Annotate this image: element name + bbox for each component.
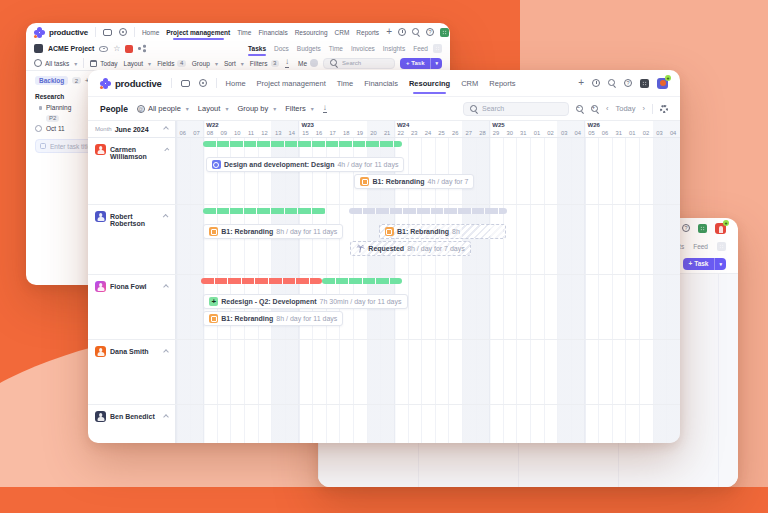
add-task-dropdown[interactable]: ▾ bbox=[714, 258, 726, 270]
nav-item-financials[interactable]: Financials bbox=[364, 79, 398, 88]
nav-item-time[interactable]: Time bbox=[337, 79, 353, 88]
person-timeline[interactable]: B1: Rebranding8h / day for 11 daysB1: Re… bbox=[176, 205, 680, 274]
target-icon[interactable] bbox=[119, 28, 127, 36]
nav-item-home[interactable]: Home bbox=[226, 79, 246, 88]
person-timeline[interactable] bbox=[176, 340, 680, 404]
next-period-button[interactable]: › bbox=[643, 104, 646, 113]
booking-card[interactable]: B1: Rebranding8h / day for 11 days bbox=[203, 311, 343, 326]
booking-card[interactable]: B1: Rebranding8h / day for 11 days bbox=[203, 224, 343, 239]
booking-card[interactable]: Design and development: Design4h / day f… bbox=[206, 157, 404, 172]
person-timeline[interactable] bbox=[176, 405, 680, 443]
nav-item-crm[interactable]: CRM bbox=[335, 29, 350, 36]
add-task-button[interactable]: + Task▾ bbox=[400, 58, 442, 69]
collapse-month-icon[interactable] bbox=[163, 126, 169, 132]
share-icon[interactable] bbox=[138, 45, 145, 52]
display-icon[interactable] bbox=[181, 80, 190, 87]
nav-item-reports[interactable]: Reports bbox=[489, 79, 515, 88]
today-button[interactable]: Today bbox=[615, 104, 635, 113]
booking-card[interactable]: B1: Rebranding4h / day for 7 bbox=[354, 174, 474, 189]
nav-item-project-management[interactable]: Project management bbox=[257, 79, 326, 88]
tab-tasks[interactable]: Tasks bbox=[248, 45, 266, 52]
back-search-input[interactable] bbox=[342, 60, 388, 66]
filters-dropdown[interactable]: Filters3 bbox=[250, 60, 279, 67]
people-search[interactable] bbox=[463, 102, 569, 116]
tab-feed[interactable]: Feed bbox=[413, 45, 428, 52]
zoom-in-icon[interactable]: + bbox=[591, 105, 599, 113]
tab-invoices[interactable]: Invoices bbox=[351, 45, 375, 52]
nav-item-resourcing[interactable]: Resourcing bbox=[295, 29, 328, 36]
fields-dropdown[interactable]: Fields4 bbox=[157, 60, 186, 67]
nav-item-time[interactable]: Time bbox=[237, 29, 251, 36]
grid-view-icon[interactable] bbox=[433, 44, 442, 53]
help-icon[interactable]: ? bbox=[682, 224, 690, 232]
people-filter[interactable]: @All people▾ bbox=[137, 104, 189, 113]
display-icon[interactable] bbox=[103, 29, 112, 36]
sort-dropdown[interactable]: Sort▾ bbox=[224, 60, 244, 67]
collapse-row-icon[interactable] bbox=[164, 147, 169, 152]
search-icon[interactable] bbox=[412, 28, 420, 36]
watch-icon[interactable] bbox=[99, 46, 108, 52]
apps-icon[interactable] bbox=[698, 224, 707, 233]
capacity-bar-green bbox=[322, 278, 402, 284]
productive-logo[interactable]: productive bbox=[34, 27, 88, 38]
collapse-row-icon[interactable] bbox=[163, 284, 169, 290]
layout-dropdown[interactable]: Layout▾ bbox=[198, 104, 229, 113]
me-filter[interactable]: Me bbox=[298, 59, 318, 67]
booking-card[interactable]: +Redesign - Q2: Development7h 30min / da… bbox=[203, 294, 407, 309]
filters-dropdown[interactable]: Filters▾ bbox=[285, 104, 313, 113]
grid-view-icon[interactable] bbox=[717, 242, 726, 251]
nav-item-resourcing[interactable]: Resourcing bbox=[409, 79, 450, 88]
prev-period-button[interactable]: ‹ bbox=[606, 104, 609, 113]
download-icon[interactable]: ↓ bbox=[323, 104, 327, 114]
download-icon[interactable]: ↓ bbox=[285, 58, 289, 68]
people-search-input[interactable] bbox=[482, 105, 562, 112]
nav-item-project-management[interactable]: Project management bbox=[166, 29, 230, 36]
productive-logo[interactable]: productive bbox=[100, 78, 162, 89]
person-name: Robert Robertson bbox=[110, 211, 160, 227]
tab-feed[interactable]: Feed bbox=[693, 243, 708, 250]
all-tasks-filter[interactable]: All tasks▾ bbox=[34, 59, 77, 67]
person-timeline[interactable]: Design and development: Design4h / day f… bbox=[176, 138, 680, 204]
apps-icon[interactable] bbox=[640, 79, 649, 88]
add-task-dropdown[interactable]: ▾ bbox=[430, 58, 442, 69]
target-icon[interactable] bbox=[199, 79, 207, 87]
user-avatar[interactable]: + bbox=[715, 223, 726, 234]
collapse-row-icon[interactable] bbox=[164, 214, 169, 219]
nav-item-reports[interactable]: Reports bbox=[356, 29, 379, 36]
collapse-row-icon[interactable] bbox=[163, 349, 169, 355]
add-icon[interactable]: + bbox=[386, 27, 392, 37]
nav-item-crm[interactable]: CRM bbox=[461, 79, 478, 88]
booking-card[interactable]: Requested8h / day for 7 days bbox=[350, 241, 470, 256]
timer-icon[interactable] bbox=[592, 79, 600, 87]
apps-icon[interactable] bbox=[440, 28, 449, 37]
help-icon[interactable]: ? bbox=[426, 28, 434, 36]
person-timeline[interactable]: +Redesign - Q2: Development7h 30min / da… bbox=[176, 275, 680, 339]
layout-dropdown[interactable]: Layout▾ bbox=[124, 60, 152, 67]
tab-time[interactable]: Time bbox=[329, 45, 343, 52]
user-avatar[interactable]: + bbox=[657, 78, 668, 89]
booking-card[interactable]: B1: Rebranding8h bbox=[379, 224, 506, 239]
nav-item-financials[interactable]: Financials bbox=[258, 29, 287, 36]
star-icon[interactable]: ☆ bbox=[113, 45, 120, 53]
day-21: 27 bbox=[462, 130, 476, 136]
month-cell[interactable]: Month June 2024 bbox=[88, 121, 176, 137]
timer-icon[interactable] bbox=[398, 28, 406, 36]
tab-insights[interactable]: Insights bbox=[383, 45, 405, 52]
zoom-out-icon[interactable]: − bbox=[576, 105, 584, 113]
add-icon[interactable]: + bbox=[578, 78, 584, 88]
budget-task-icon bbox=[360, 177, 369, 186]
search-icon[interactable] bbox=[608, 79, 616, 87]
today-button[interactable]: Today bbox=[90, 60, 117, 67]
add-task-button[interactable]: + Task▾ bbox=[683, 258, 726, 270]
tab-budgets[interactable]: Budgets bbox=[297, 45, 321, 52]
settings-gear-icon[interactable] bbox=[660, 105, 668, 113]
back-search[interactable] bbox=[323, 58, 395, 69]
backlog-tag[interactable]: Backlog bbox=[35, 76, 68, 85]
help-icon[interactable]: ? bbox=[624, 79, 632, 87]
project-member-avatar[interactable] bbox=[125, 45, 133, 53]
nav-item-home[interactable]: Home bbox=[142, 29, 159, 36]
group-dropdown[interactable]: Group▾ bbox=[192, 60, 218, 67]
collapse-row-icon[interactable] bbox=[163, 414, 169, 420]
tab-docs[interactable]: Docs bbox=[274, 45, 289, 52]
group-by-dropdown[interactable]: Group by▾ bbox=[237, 104, 276, 113]
